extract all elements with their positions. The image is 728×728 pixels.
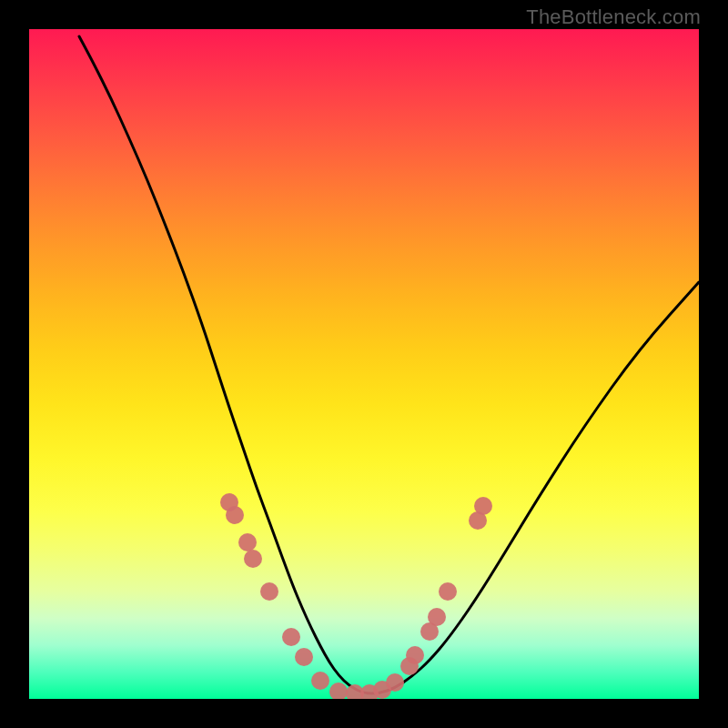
marker-dot	[226, 506, 244, 524]
marker-dot	[244, 550, 262, 568]
marker-dot	[474, 497, 492, 515]
marker-dot	[329, 682, 348, 699]
marker-dot	[282, 628, 300, 646]
watermark-text: TheBottleneck.com	[526, 5, 701, 29]
marker-dot	[406, 646, 424, 664]
chart-svg	[29, 29, 699, 699]
plot-area	[29, 29, 699, 699]
chart-frame: { "watermark": "TheBottleneck.com", "cha…	[0, 0, 728, 728]
marker-dot	[260, 582, 278, 601]
marker-dot	[311, 672, 329, 690]
curve-line	[79, 36, 699, 693]
marker-dots-group	[220, 493, 492, 699]
marker-dot	[386, 673, 404, 692]
marker-dot	[439, 582, 457, 601]
marker-dot	[428, 608, 446, 626]
marker-dot	[238, 533, 257, 551]
marker-dot	[295, 648, 313, 666]
bottleneck-curve-path	[79, 36, 699, 693]
